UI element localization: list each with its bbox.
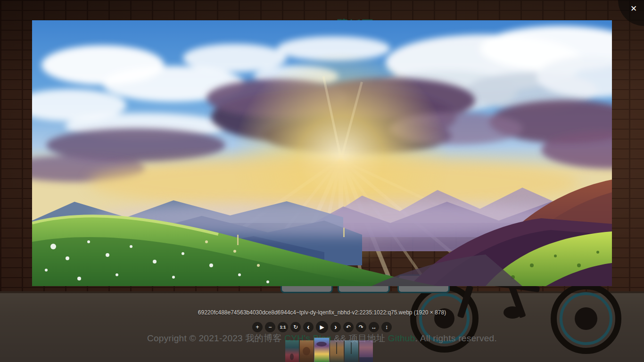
viewer-image[interactable] bbox=[32, 20, 612, 286]
rotate-left-button[interactable]: ↶ bbox=[343, 322, 354, 332]
thumbnail-3-mountain-sunburst-active[interactable] bbox=[314, 338, 329, 362]
thumbnail-6-purple-sea[interactable] bbox=[359, 340, 373, 362]
thumbnail-2-orange-rocks[interactable] bbox=[300, 340, 314, 362]
rotate-left-icon: ↶ bbox=[346, 322, 351, 332]
rotate-right-icon: ↷ bbox=[359, 322, 363, 332]
reset-icon: ↻ bbox=[293, 322, 298, 332]
image-filename-caption: 69220fc488e74563b4030dce8d6944c4~tplv-dy… bbox=[0, 309, 644, 316]
next-button[interactable]: › bbox=[330, 322, 341, 332]
prev-button[interactable]: ‹ bbox=[303, 322, 314, 332]
chevron-left-icon: ‹ bbox=[307, 322, 309, 332]
close-icon: ✕ bbox=[630, 5, 637, 13]
flip-vertical-icon: ↕ bbox=[385, 322, 388, 332]
zoom-in-icon: + bbox=[256, 322, 259, 332]
one-to-one-icon: 1:1 bbox=[280, 322, 286, 332]
viewer-toolbar: + − 1:1 ↻ ‹ ▶ › ↶ ↷ ↔ ↕ bbox=[0, 321, 644, 333]
rotate-right-button[interactable]: ↷ bbox=[356, 322, 366, 332]
thumbnail-5-blue-palms[interactable] bbox=[345, 340, 358, 362]
thumbnail-navbar bbox=[7, 338, 644, 362]
play-icon: ▶ bbox=[320, 322, 324, 332]
flip-vertical-button[interactable]: ↕ bbox=[381, 322, 392, 332]
chevron-right-icon: › bbox=[334, 322, 337, 332]
zoom-out-icon: − bbox=[268, 322, 272, 332]
flip-horizontal-button[interactable]: ↔ bbox=[369, 322, 379, 332]
flip-horizontal-icon: ↔ bbox=[371, 322, 377, 332]
zoom-out-button[interactable]: − bbox=[265, 322, 275, 332]
reset-button[interactable]: ↻ bbox=[290, 322, 301, 332]
zoom-in-button[interactable]: + bbox=[252, 322, 263, 332]
play-button[interactable]: ▶ bbox=[316, 321, 328, 333]
one-to-one-button[interactable]: 1:1 bbox=[278, 322, 288, 332]
thumbnail-1-sunset-silhouette[interactable] bbox=[285, 340, 299, 362]
thumbnail-4-golden-palms[interactable] bbox=[330, 340, 344, 362]
landscape-photo bbox=[32, 20, 612, 286]
